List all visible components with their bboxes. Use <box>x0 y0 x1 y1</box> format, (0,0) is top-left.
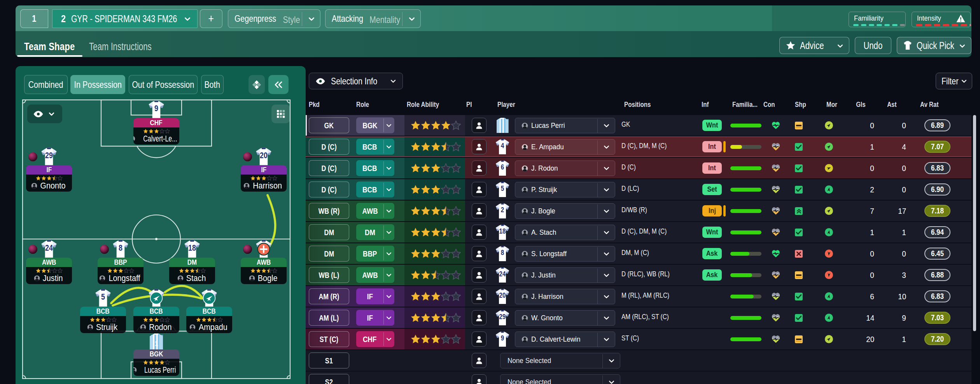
svg-text:5: 5 <box>501 185 504 193</box>
svg-text:29: 29 <box>45 150 53 160</box>
svg-text:4: 4 <box>501 142 504 150</box>
svg-text:24: 24 <box>499 270 506 278</box>
svg-text:18: 18 <box>188 243 196 252</box>
svg-text:1: 1 <box>154 340 158 347</box>
svg-text:5: 5 <box>101 292 105 301</box>
svg-text:2: 2 <box>501 206 504 214</box>
svg-text:8: 8 <box>119 243 122 252</box>
svg-text:18: 18 <box>499 227 506 236</box>
svg-text:8: 8 <box>501 249 504 257</box>
svg-text:24: 24 <box>45 243 53 252</box>
svg-text:6: 6 <box>501 163 504 171</box>
svg-text:20: 20 <box>260 150 268 160</box>
svg-text:29: 29 <box>499 313 506 321</box>
svg-text:9: 9 <box>501 334 504 342</box>
svg-text:9: 9 <box>154 103 158 113</box>
svg-text:20: 20 <box>499 291 506 300</box>
